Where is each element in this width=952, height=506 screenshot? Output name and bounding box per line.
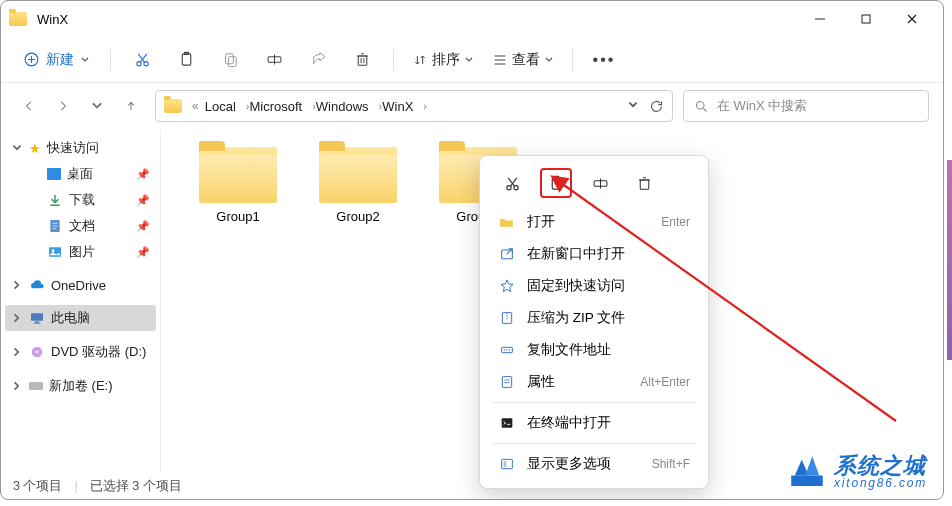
ctx-cut-button[interactable] [496,168,528,198]
crumb-microsoft[interactable]: Microsoft› [249,99,315,114]
close-button[interactable] [889,3,935,35]
up-button[interactable] [117,92,145,120]
sidebar-dvd[interactable]: DVD 驱动器 (D:) [5,339,156,365]
ctx-compress-zip[interactable]: 压缩为 ZIP 文件 [486,302,702,334]
folder-icon [199,141,277,203]
edge-decoration [947,160,952,360]
sidebar-downloads[interactable]: 下载 📌 [5,187,156,213]
zip-icon [498,310,515,327]
watermark-en: xitong86.com [834,477,927,490]
ctx-copy-path[interactable]: 复制文件地址 [486,334,702,366]
sidebar: ★ 快速访问 桌面 📌 下载 📌 文档 📌 [1,129,161,473]
star-icon: ★ [29,141,41,156]
refresh-button[interactable] [649,99,664,114]
svg-point-25 [697,101,705,109]
watermark-logo-icon [786,451,828,493]
svg-point-55 [509,349,510,350]
pin-icon: 📌 [136,194,150,207]
sidebar-desktop[interactable]: 桌面 📌 [5,161,156,187]
toolbar: 新建 排序 查看 [1,37,943,83]
sidebar-documents[interactable]: 文档 📌 [5,213,156,239]
svg-rect-35 [34,323,41,324]
sidebar-this-pc[interactable]: 此电脑 [5,305,156,331]
minimize-button[interactable] [797,3,843,35]
maximize-button[interactable] [843,3,889,35]
svg-point-54 [506,349,507,350]
window-title: WinX [37,12,68,27]
svg-rect-1 [862,15,870,23]
new-window-icon [498,246,515,263]
download-icon [47,192,63,208]
search-icon [694,99,709,114]
sort-button[interactable]: 排序 [406,47,480,73]
more-button[interactable]: ••• [585,44,623,76]
svg-point-32 [52,249,55,252]
ctx-rename-button[interactable] [584,168,616,198]
folder-group1[interactable]: Group1 [193,141,283,461]
svg-point-37 [36,351,39,354]
svg-rect-14 [228,57,236,67]
new-label: 新建 [46,51,74,69]
folder-open-icon [498,214,515,231]
ctx-open[interactable]: 打开 Enter [486,206,702,238]
address-folder-icon [164,99,182,113]
folder-group2[interactable]: Group2 [313,141,403,461]
delete-button[interactable] [343,44,381,76]
svg-rect-42 [552,177,561,188]
crumb-winx[interactable]: WinX› [382,99,427,114]
navbar: « Local› Microsoft› Windows› WinX› 在 Win… [1,83,943,129]
recent-button[interactable] [83,92,111,120]
rename-button[interactable] [255,44,293,76]
document-icon [47,218,63,234]
sidebar-volume[interactable]: 新加卷 (E:) [5,373,156,399]
view-button[interactable]: 查看 [486,47,560,73]
sidebar-quick-access[interactable]: ★ 快速访问 [5,135,156,161]
address-chevron-icon[interactable] [627,99,639,111]
ctx-delete-button[interactable] [628,168,660,198]
path-icon [498,342,515,359]
svg-rect-65 [791,476,823,487]
ctx-show-more[interactable]: 显示更多选项 Shift+F [486,448,702,480]
svg-rect-33 [31,313,43,320]
ctx-open-terminal[interactable]: 在终端中打开 [486,407,702,439]
search-input[interactable]: 在 WinX 中搜索 [683,90,929,122]
forward-button[interactable] [49,92,77,120]
ctx-properties[interactable]: 属性 Alt+Enter [486,366,702,398]
svg-rect-46 [640,179,649,188]
svg-rect-11 [182,54,191,65]
properties-icon [498,374,515,391]
folder-label: Group1 [216,209,259,224]
crumb-local[interactable]: Local› [205,99,250,114]
svg-rect-17 [358,56,367,65]
status-selected: 已选择 3 个项目 [90,478,182,495]
svg-rect-60 [501,459,512,468]
pc-icon [29,310,45,326]
copy-button[interactable] [167,44,205,76]
new-button[interactable]: 新建 [15,47,98,73]
sidebar-onedrive[interactable]: OneDrive [5,273,156,297]
svg-rect-49 [501,250,512,259]
cut-button[interactable] [123,44,161,76]
more-options-icon [498,456,515,473]
sidebar-pictures[interactable]: 图片 📌 [5,239,156,265]
share-button[interactable] [299,44,337,76]
context-menu: 打开 Enter 在新窗口中打开 固定到快速访问 压缩为 ZIP 文件 复制文件… [479,155,709,489]
ctx-open-new-window[interactable]: 在新窗口中打开 [486,238,702,270]
breadcrumb-overflow[interactable]: « [192,99,199,113]
svg-rect-59 [501,418,512,427]
watermark-cn: 系统之城 [834,454,927,477]
ctx-copy-button[interactable] [540,168,572,198]
pin-star-icon [498,278,515,295]
status-items: 3 个项目 [13,478,62,495]
paste-button[interactable] [211,44,249,76]
pin-icon: 📌 [136,220,150,233]
search-placeholder: 在 WinX 中搜索 [717,97,807,115]
desktop-icon [47,168,61,180]
back-button[interactable] [15,92,43,120]
ctx-pin-quick-access[interactable]: 固定到快速访问 [486,270,702,302]
crumb-windows[interactable]: Windows› [316,99,382,114]
app-folder-icon [9,12,27,26]
folder-icon [319,141,397,203]
address-bar[interactable]: « Local› Microsoft› Windows› WinX› [155,90,673,122]
svg-point-53 [503,349,504,350]
